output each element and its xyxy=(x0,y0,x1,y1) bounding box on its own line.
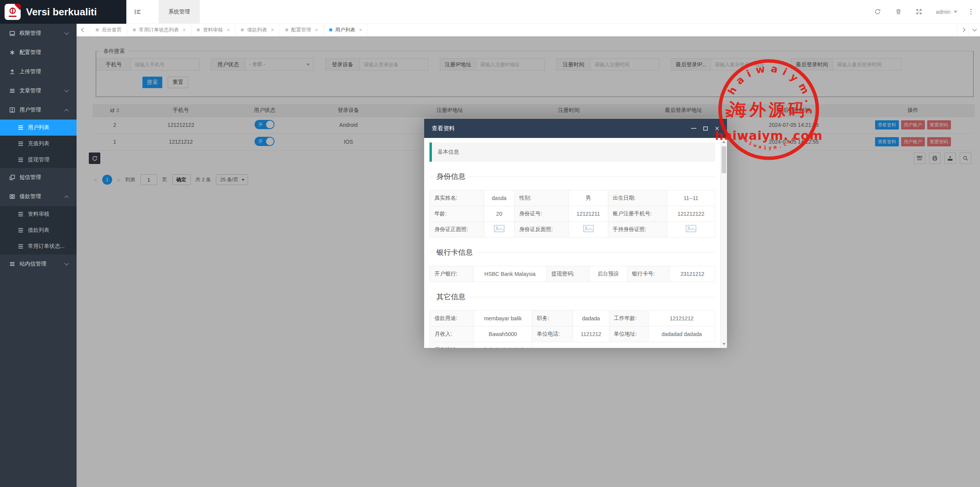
sidebar-item-site-mail[interactable]: 站内信管理 xyxy=(0,254,77,274)
tab-label: 资料审核 xyxy=(203,26,223,33)
maximize-icon[interactable] xyxy=(703,126,708,131)
sidebar-item-loan-list[interactable]: 借款列表 xyxy=(0,222,77,238)
close-icon[interactable]: × xyxy=(715,125,719,131)
tabs-scroll-left[interactable] xyxy=(77,24,90,36)
other-table: 借款用途: membayar balik 职务: dadada 工作年龄: 12… xyxy=(430,310,715,348)
sidebar-item-label: 权限管理 xyxy=(20,30,41,37)
field-label: 身份证反面照: xyxy=(514,222,569,238)
tab-order-status-list[interactable]: 常用订单状态列表 × xyxy=(127,24,191,36)
tab-profile-review[interactable]: 资料审核 × xyxy=(191,24,235,36)
tabs-scroll-right[interactable] xyxy=(957,24,969,36)
bars-icon xyxy=(18,243,24,249)
sidebar-item-label: 资料审核 xyxy=(28,211,49,218)
tab-config-mgmt[interactable]: 配置管理 × xyxy=(280,24,324,36)
chevron-down-icon xyxy=(64,30,69,34)
sidebar-item-order-status[interactable]: 常用订单状态... xyxy=(0,238,77,254)
tabbar-spacer xyxy=(368,24,957,36)
sidebar-item-recharge-list[interactable]: 充值列表 xyxy=(0,136,77,152)
sidebar-item-label: 文章管理 xyxy=(20,87,41,94)
field-value: 男 xyxy=(568,190,608,206)
broken-image-icon xyxy=(494,225,505,233)
tab-dot-icon xyxy=(241,28,244,31)
top-menu-system[interactable]: 系统管理 xyxy=(158,0,200,24)
field-label: 身份证正面照: xyxy=(430,222,484,238)
close-icon[interactable]: × xyxy=(315,27,318,33)
tabs-menu[interactable] xyxy=(969,24,980,36)
collapse-menu-icon[interactable] xyxy=(126,0,149,24)
clear-cache-icon[interactable] xyxy=(895,8,902,16)
sidebar-item-withdraw-mgmt[interactable]: 提现管理 xyxy=(0,152,77,168)
field-label: 银行卡号: xyxy=(627,266,670,282)
close-icon[interactable]: × xyxy=(227,27,230,33)
sidebar-item-profile-review[interactable]: 资料审核 xyxy=(0,206,77,222)
fullscreen-icon[interactable] xyxy=(915,8,923,16)
tab-dot-icon xyxy=(133,28,136,31)
field-label: 居住地址: xyxy=(430,342,474,348)
field-value: 12121212 xyxy=(648,311,715,326)
field-label: 出生日期: xyxy=(608,190,667,206)
tab-label: 配置管理 xyxy=(291,26,311,33)
field-value: dasda xyxy=(484,190,514,206)
sidebar-item-upload[interactable]: 上传管理 xyxy=(0,62,77,81)
user-icon xyxy=(9,107,15,113)
sidebar-submenu-loan: 资料审核 借款列表 常用订单状态... xyxy=(0,206,77,254)
sidebar-submenu-user: 用户列表 充值列表 提现管理 xyxy=(0,120,77,168)
bars-icon xyxy=(18,157,24,163)
scrollbar-thumb[interactable] xyxy=(722,146,726,173)
sidebar-item-label: 上传管理 xyxy=(20,68,41,75)
field-value: 11--11 xyxy=(667,190,715,206)
sidebar-item-label: 借款列表 xyxy=(28,227,49,234)
bank-table: 开户银行: HSBC Bank Malaysia 提现密码: 后台预设 银行卡号… xyxy=(430,266,715,282)
close-icon[interactable]: × xyxy=(359,27,362,33)
more-options-icon[interactable] xyxy=(970,9,972,15)
asterisk-icon xyxy=(9,49,15,56)
close-icon[interactable]: × xyxy=(183,27,186,33)
id-back-photo[interactable] xyxy=(568,222,608,238)
broken-image-icon xyxy=(583,225,594,233)
sidebar-item-user-list[interactable]: 用户列表 xyxy=(0,120,77,136)
bank-emblem-icon xyxy=(8,7,17,15)
id-hold-photo[interactable] xyxy=(667,222,715,238)
tab-user-list[interactable]: 用户列表 × xyxy=(324,24,368,36)
sidebar-item-article[interactable]: 文章管理 xyxy=(0,81,77,100)
user-menu[interactable]: admin xyxy=(936,9,957,15)
field-value: 23121212 xyxy=(670,266,715,282)
sidebar-item-sms[interactable]: 短信管理 xyxy=(0,168,77,187)
username: admin xyxy=(936,9,951,15)
sidebar-item-loan-mgmt[interactable]: 借款管理 xyxy=(0,187,77,206)
field-label: 性别: xyxy=(514,190,569,206)
tab-dot-icon xyxy=(285,28,288,31)
bank-section: 银行卡信息 开户银行: HSBC Bank Malaysia 提现密码: 后台预… xyxy=(430,248,715,282)
field-label: 身份证号: xyxy=(514,206,569,222)
modal-scrollbar[interactable] xyxy=(720,138,727,348)
field-label: 账户注册手机号: xyxy=(608,206,667,222)
chevron-down-icon xyxy=(954,11,957,13)
refresh-icon[interactable] xyxy=(874,8,882,16)
sidebar-item-config[interactable]: 配置管理 xyxy=(0,43,77,62)
bars-icon xyxy=(18,211,24,217)
field-label: 手持身份证照: xyxy=(608,222,667,238)
table-row: 借款用途: membayar balik 职务: dadada 工作年龄: 12… xyxy=(430,311,715,326)
logo-bar xyxy=(9,16,16,17)
scroll-up-icon[interactable] xyxy=(721,139,727,145)
table-row: 身份证正面照: 身份证反面照: 手持身份证照: xyxy=(430,222,715,238)
identity-section: 身份信息 真实姓名: dasda 性别: 男 出生日期: 11--11 年龄: … xyxy=(430,172,715,238)
sidebar-item-permission[interactable]: 权限管理 xyxy=(0,24,77,43)
modal-titlebar[interactable]: 查看资料 × xyxy=(424,119,727,138)
basic-info-quote: 基本信息 xyxy=(430,143,715,162)
field-value: 12121211 xyxy=(568,206,608,222)
upload-icon xyxy=(9,69,15,75)
tab-home[interactable]: 后台首页 xyxy=(90,24,127,36)
field-label: 年龄: xyxy=(430,206,484,222)
modal-title: 查看资料 xyxy=(432,125,455,132)
close-icon[interactable]: × xyxy=(271,27,274,33)
sidebar-item-user-mgmt[interactable]: 用户管理 xyxy=(0,100,77,120)
tab-loan-list[interactable]: 借款列表 × xyxy=(235,24,279,36)
sms-icon xyxy=(9,174,15,180)
scroll-down-icon[interactable] xyxy=(721,341,727,347)
id-front-photo[interactable] xyxy=(484,222,514,238)
topbar-actions: admin xyxy=(874,8,980,16)
bars-icon xyxy=(18,227,24,233)
minimize-icon[interactable] xyxy=(691,128,696,129)
sidebar-item-label: 配置管理 xyxy=(20,49,41,56)
